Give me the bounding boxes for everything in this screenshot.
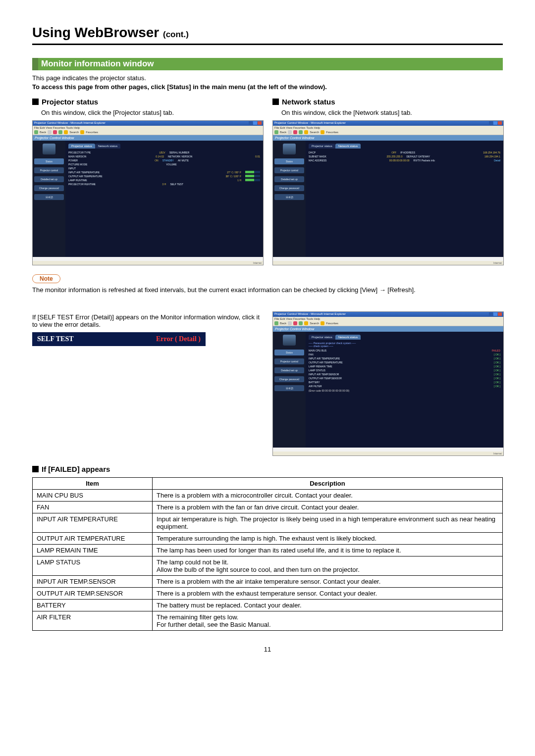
title-rule — [32, 44, 503, 45]
tab-projector-status[interactable]: Projector status — [68, 144, 95, 149]
sidebar-detailed-setup[interactable]: Detailed set up — [34, 176, 64, 182]
note-text: The monitor information is refreshed at … — [32, 286, 503, 294]
self-test-label: SELF TEST — [37, 335, 74, 343]
sidebar-projector-control[interactable]: Projector control — [274, 167, 304, 173]
sidebar-change-password[interactable]: Change password — [274, 185, 304, 191]
selftest-paragraph: If [SELF TEST Error (Detail)] appears on… — [32, 313, 263, 328]
failed-heading: If [FAILED] appears — [32, 465, 503, 473]
tab-projector-status[interactable]: Projector status — [309, 144, 335, 149]
failed-table-wrap: Item Description MAIN CPU BUSThere is a … — [32, 477, 503, 631]
section-banner-text: Monitor information window — [38, 58, 503, 70]
square-bullet-icon — [272, 99, 279, 105]
sidebar-detailed-setup[interactable]: Detailed set up — [274, 176, 304, 182]
intro-line1: This page indicates the projector status… — [32, 74, 503, 82]
tab-network-status[interactable]: Network status — [335, 144, 361, 149]
pcw-main: Projector status Network status PROJECTO… — [65, 141, 263, 257]
table-row: MAIN CPU BUSThere is a problem with a mi… — [33, 490, 503, 502]
intro-line2: To access this page from other pages, cl… — [32, 83, 503, 91]
square-bullet-icon — [32, 99, 39, 105]
selftest-screenshot-col: Projector Control Window - Microsoft Int… — [272, 311, 503, 456]
browser-titlebar: Projector Control Window - Microsoft Int… — [33, 121, 263, 126]
failed-table: Item Description MAIN CPU BUSThere is a … — [32, 477, 503, 631]
self-test-bar: SELF TEST Error ( Detail ) — [32, 332, 206, 346]
table-row: INPUT AIR TEMPERATUREInput air temperatu… — [33, 513, 503, 533]
network-status-heading: Network status — [272, 98, 503, 106]
selftest-rows: MAIN CPU BUSFAILEDFAN[ OK ]INPUT AIR TEM… — [309, 349, 500, 388]
table-row: LAMP STATUSThe lamp could not be lit.All… — [33, 556, 503, 576]
projector-status-heading: Projector status — [32, 98, 263, 106]
browser-toolbar: Back Search Favorites — [33, 130, 263, 135]
selftest-screenshot: Projector Control Window - Microsoft Int… — [272, 311, 504, 456]
sidebar-change-password[interactable]: Change password — [34, 185, 64, 191]
projector-status-caption: On this window, click the [Projector sta… — [41, 109, 263, 116]
table-row: BATTERYThe battery must be replaced. Con… — [33, 600, 503, 611]
banner-accent — [32, 58, 38, 70]
self-test-error-link[interactable]: Error ( Detail ) — [156, 335, 201, 343]
sidebar-japanese[interactable]: 日本語 — [34, 194, 64, 200]
note-pill: Note — [32, 274, 60, 283]
failed-col-desc: Description — [153, 478, 503, 490]
network-status-caption: On this window, click the [Network statu… — [281, 109, 503, 116]
table-row: OUTPUT AIR TEMP.SENSORThere is a problem… — [33, 588, 503, 600]
page-number: 11 — [32, 646, 503, 653]
table-row: LAMP REMAIN TIMEThe lamp has been used f… — [33, 545, 503, 556]
manual-page: Using WebBrowser (cont.) Monitor informa… — [0, 0, 535, 668]
projector-logo-icon — [43, 144, 55, 154]
table-row: INPUT AIR TEMP.SENSORThere is a problem … — [33, 576, 503, 588]
page-title: Using WebBrowser (cont.) — [32, 25, 503, 41]
table-row: OUTPUT AIR TEMPERATURETemperature surrou… — [33, 533, 503, 545]
tab-network-status[interactable]: Network status — [95, 144, 121, 149]
selftest-text-col: If [SELF TEST Error (Detail)] appears on… — [32, 311, 263, 456]
page-title-main: Using WebBrowser — [32, 25, 159, 40]
window-buttons — [248, 121, 262, 125]
square-bullet-icon — [32, 466, 39, 472]
sidebar-status[interactable]: Status — [34, 158, 64, 164]
intro-block: This page indicates the projector status… — [32, 74, 503, 91]
sidebar-japanese[interactable]: 日本語 — [274, 194, 304, 200]
network-status-col: Network status On this window, click the… — [272, 98, 503, 265]
page-title-cont: (cont.) — [163, 30, 189, 39]
browser-menubar: File Edit View Favorites Tools Help — [33, 126, 263, 130]
section-banner: Monitor information window — [32, 58, 503, 70]
sidebar-status[interactable]: Status — [274, 158, 304, 164]
projector-status-screenshot: Projector Control Window - Microsoft Int… — [32, 120, 264, 265]
failed-col-item: Item — [33, 478, 153, 490]
projector-status-col: Projector status On this window, click t… — [32, 98, 263, 265]
pcw-header: Projector Control Window — [33, 135, 263, 141]
table-row: AIR FILTERThe remaining filter gets low.… — [33, 611, 503, 631]
browser-statusbar: Internet — [33, 261, 263, 265]
sidebar-projector-control[interactable]: Projector control — [34, 167, 64, 173]
table-row: FANThere is a problem with the fan or fa… — [33, 502, 503, 513]
pcw-sidebar: Status Projector control Detailed set up… — [33, 141, 65, 257]
network-status-screenshot: Projector Control Window - Microsoft Int… — [272, 120, 504, 265]
